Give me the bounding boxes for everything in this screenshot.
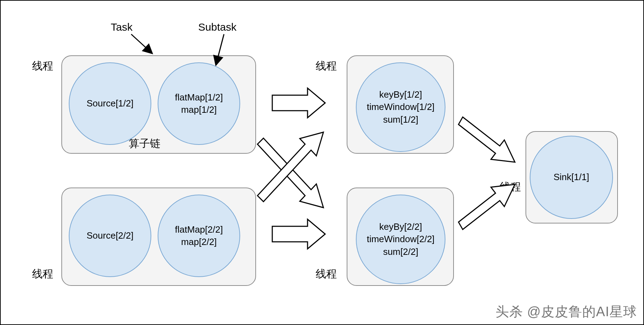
subtask-label: Subtask [198, 21, 236, 33]
svg-line-0 [131, 34, 152, 54]
source-2-text: Source[2/2] [87, 229, 134, 242]
task-label: Task [111, 21, 133, 33]
diagram-canvas: 线程 算子链 Source[1/2] flatMap[1/2] map[1/2]… [0, 0, 644, 325]
keyby-2-line1: keyBy[2/2] [379, 221, 422, 233]
sink-text: Sink[1/1] [553, 171, 589, 183]
flatmap-2-line1: flatMap[2/2] [175, 223, 223, 236]
flatmap-1-line1: flatMap[1/2] [175, 91, 223, 104]
keyby-1-line3: sum[1/2] [383, 114, 418, 126]
arrow-5 [458, 117, 515, 162]
operator-chain-label: 算子链 [129, 136, 160, 151]
source-1-circle: Source[1/2] [69, 62, 151, 145]
flatmap-1-circle: flatMap[1/2] map[1/2] [158, 62, 240, 145]
source-2-circle: Source[2/2] [69, 195, 151, 277]
arrow-1 [272, 88, 325, 118]
keyby-2-line3: sum[2/2] [383, 246, 418, 258]
arrow-2 [272, 219, 325, 249]
keyby-2-circle: keyBy[2/2] timeWindow[2/2] sum[2/2] [356, 195, 445, 284]
thread-label-5: 线程 [500, 180, 521, 194]
arrow-4 [257, 132, 323, 202]
arrow-3 [257, 138, 323, 208]
flatmap-2-circle: flatMap[2/2] map[2/2] [158, 195, 240, 277]
thread-label-2: 线程 [32, 267, 53, 281]
thread-label-1: 线程 [32, 59, 53, 73]
source-1-text: Source[1/2] [87, 97, 134, 110]
keyby-1-line1: keyBy[1/2] [379, 88, 422, 101]
watermark-text: 头杀 @皮皮鲁的AI星球 [496, 303, 637, 321]
keyby-1-circle: keyBy[1/2] timeWindow[1/2] sum[1/2] [356, 62, 445, 152]
sink-circle: Sink[1/1] [530, 136, 613, 219]
thread-label-4: 线程 [316, 267, 337, 281]
keyby-1-line2: timeWindow[1/2] [367, 101, 435, 113]
keyby-2-line2: timeWindow[2/2] [367, 233, 435, 245]
flatmap-1-line2: map[1/2] [181, 104, 217, 116]
flatmap-2-line2: map[2/2] [181, 236, 217, 248]
thread-label-3: 线程 [316, 59, 337, 73]
